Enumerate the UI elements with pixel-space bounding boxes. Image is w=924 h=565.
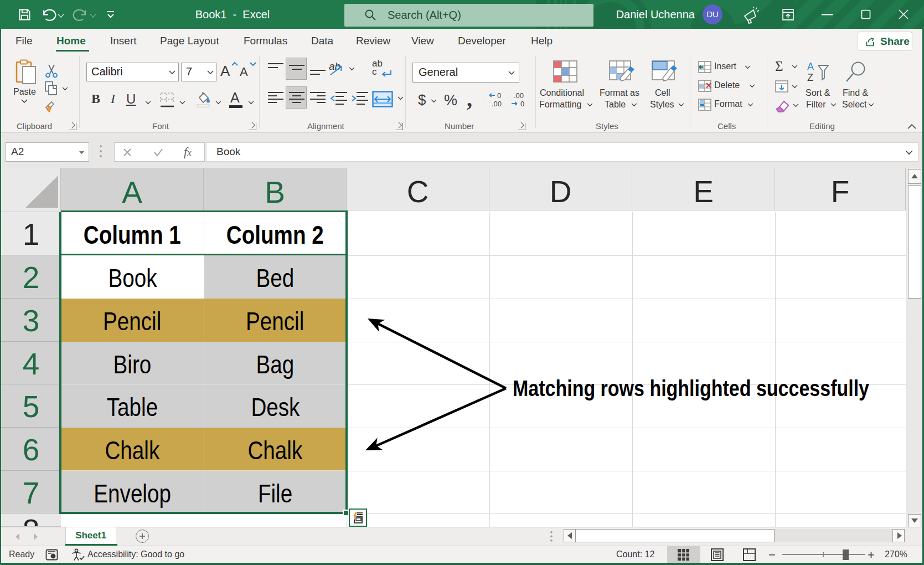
svg-text:A: A <box>807 61 814 72</box>
svg-text:.00: .00 <box>492 100 502 108</box>
svg-text:Z: Z <box>807 72 813 83</box>
svg-text:.00: .00 <box>514 91 524 100</box>
svg-text:0: 0 <box>520 100 524 108</box>
svg-text:0: 0 <box>497 91 501 100</box>
